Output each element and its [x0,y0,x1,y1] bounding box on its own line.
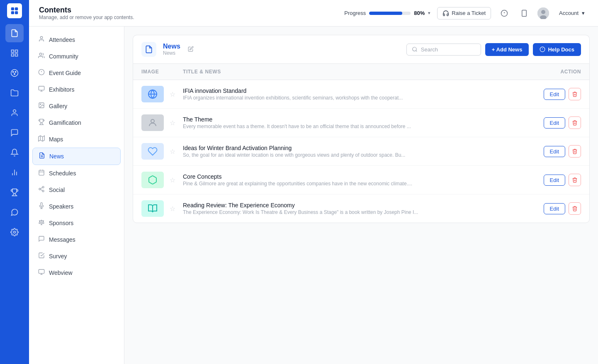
rail-icon-message[interactable] [5,124,24,142]
svg-point-26 [39,53,41,55]
sidebar-item-gallery[interactable]: Gallery [32,98,121,114]
star-icon-5[interactable]: ☆ [170,205,175,213]
edit-button-2[interactable]: Edit [544,117,565,129]
sidebar-item-community[interactable]: Community [32,48,121,65]
rail-icon-file[interactable] [5,24,24,42]
header-title-block: Contents Manage, add or remove your app … [39,6,338,20]
news-desc-5: The Experience Economy: Work Is Theatre … [183,209,473,215]
sidebar-item-maps[interactable]: Maps [32,131,121,148]
rail-icon-chat[interactable] [5,203,24,221]
news-text-4: Core Concepts Pine & Gilmore are great a… [183,173,531,187]
svg-point-10 [15,71,16,73]
svg-line-48 [41,187,43,189]
news-image-cell-5: ☆ [141,200,183,217]
svg-line-47 [41,189,43,191]
star-icon-3[interactable]: ☆ [170,148,175,155]
community-icon [38,52,45,61]
svg-rect-40 [39,170,44,175]
sidebar-item-social[interactable]: Social [32,182,121,198]
news-thumb-1 [141,86,164,102]
svg-rect-51 [39,269,44,273]
account-button[interactable]: Account ▾ [556,8,588,18]
social-icon [38,186,45,194]
survey-label: Survey [49,253,67,260]
rail-icon-trophy[interactable] [5,183,24,201]
news-desc-2: Every memorable event has a theme. It do… [183,124,473,129]
svg-point-34 [40,104,41,105]
rail-icon-bell[interactable] [5,143,24,162]
star-icon-1[interactable]: ☆ [170,90,175,98]
edit-button-5[interactable]: Edit [544,203,565,214]
sidebar-item-attendees[interactable]: Attendees [32,32,121,48]
app-logo[interactable] [7,3,22,18]
raise-ticket-button[interactable]: Raise a Ticket [437,7,491,19]
delete-button-1[interactable] [569,88,581,100]
delete-button-5[interactable] [569,202,581,215]
action-cell-1: Edit [531,88,581,100]
community-label: Community [49,53,78,60]
delete-button-3[interactable] [569,145,581,158]
sidebar-item-event-guide[interactable]: Event Guide [32,65,121,81]
star-icon-2[interactable]: ☆ [170,119,175,127]
svg-point-54 [413,47,416,51]
info-button[interactable] [498,7,511,20]
svg-rect-7 [15,54,18,56]
sidebar-item-webview[interactable]: Webview [32,265,121,281]
webview-icon [38,269,45,277]
svg-point-25 [40,36,42,39]
edit-button-1[interactable]: Edit [544,89,565,100]
star-icon-4[interactable]: ☆ [170,176,175,184]
edit-page-title-button[interactable] [187,45,194,54]
attendees-label: Attendees [49,36,75,43]
sidebar-item-exhibitors[interactable]: Exhibitors [32,81,121,98]
sidebar-item-news[interactable]: News [32,148,121,165]
help-docs-button[interactable]: Help Docs [533,43,581,56]
svg-point-8 [11,70,18,77]
sidebar-item-speakers[interactable]: Speakers [32,198,121,215]
col-title-news: Title & News [183,69,531,75]
messages-icon [38,235,45,244]
edit-button-4[interactable]: Edit [544,175,565,186]
speakers-label: Speakers [49,203,73,210]
webview-label: Webview [49,269,73,276]
rail-icon-person[interactable] [5,104,24,122]
speakers-icon [38,202,45,211]
news-table: Image Title & News Action ☆ IFIA innovat… [133,63,590,223]
exhibitors-icon [38,85,45,94]
rail-icon-gear[interactable] [5,223,24,241]
svg-rect-1 [15,7,18,10]
rail-icon-grid[interactable] [5,44,24,62]
svg-point-16 [14,231,16,233]
progress-bar-outer [369,12,411,15]
exhibitors-label: Exhibitors [49,86,74,93]
progress-dropdown-icon[interactable]: ▾ [428,10,430,16]
sidebar-item-schedules[interactable]: Schedules [32,165,121,182]
news-desc-1: IFIA organizes international invention e… [183,95,473,101]
delete-button-4[interactable] [569,174,581,186]
content-header-text: News News [163,43,180,56]
sponsors-icon [38,219,45,227]
gamification-label: Gamification [49,119,81,126]
search-box[interactable]: Search [406,44,481,56]
sidebar-item-survey[interactable]: Survey [32,248,121,265]
rail-icon-folder[interactable] [5,84,24,102]
account-dropdown-icon: ▾ [582,10,585,16]
sidebar-item-sponsors[interactable]: Sponsors [32,215,121,231]
edit-button-3[interactable]: Edit [544,146,565,157]
news-thumb-2 [141,114,164,131]
sidebar-item-gamification[interactable]: Gamification [32,114,121,131]
search-icon [412,46,418,52]
add-news-button[interactable]: + Add News [485,43,529,56]
delete-button-2[interactable] [569,116,581,129]
header-right: Progress 80% ▾ Raise a Ticket Acc [344,7,588,20]
mobile-preview-button[interactable] [518,7,531,20]
attendees-icon [38,36,45,44]
rail-icon-chart[interactable] [5,163,24,182]
table-row: ☆ IFIA innovation Standard IFIA organize… [133,80,589,109]
news-desc-4: Pine & Gilmore are great at explaining t… [183,181,473,187]
rail-icon-palette[interactable] [5,64,24,82]
sidebar-item-messages[interactable]: Messages [32,231,121,248]
svg-rect-3 [15,11,18,14]
news-thumb-3 [141,143,164,160]
news-title-4: Core Concepts [183,173,531,180]
